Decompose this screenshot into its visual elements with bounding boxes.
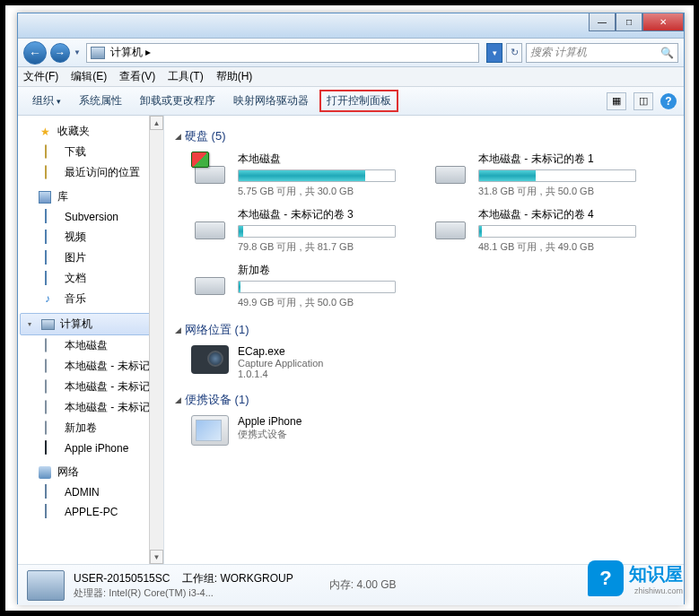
drive-stats: 5.75 GB 可用 , 共 30.0 GB (238, 185, 417, 198)
sidebar-item-drive[interactable]: 本地磁盘 - 未标记的卷 (18, 356, 163, 377)
history-dropdown[interactable]: ▼ (74, 48, 83, 56)
watermark-badge-icon: ? (588, 560, 624, 596)
system-properties-button[interactable]: 系统属性 (72, 90, 129, 112)
preview-pane-button[interactable]: ◫ (633, 92, 653, 110)
hard-drive-icon (191, 263, 229, 295)
drive-item[interactable]: 本地磁盘 - 未标记的卷 379.8 GB 可用 , 共 81.7 GB (191, 207, 417, 254)
camera-icon (191, 345, 229, 374)
drive-stats: 31.8 GB 可用 , 共 50.0 GB (478, 185, 658, 198)
address-dropdown[interactable]: ▾ (486, 43, 502, 63)
library-icon (38, 190, 52, 204)
drive-icon (45, 401, 59, 415)
computer-icon (40, 317, 55, 332)
refresh-button[interactable]: ↻ (506, 43, 522, 63)
forward-button[interactable]: → (50, 43, 70, 63)
address-bar[interactable]: 计算机 ▸ (86, 43, 479, 63)
sidebar-item-pictures[interactable]: 图片 (18, 247, 163, 268)
computer-name: USER-20150515SC (74, 572, 170, 585)
sidebar-item-subversion[interactable]: Subversion (18, 207, 163, 227)
titlebar[interactable]: — □ ✕ (18, 13, 684, 39)
memory-label: 内存: (329, 578, 354, 591)
back-button[interactable]: ← (23, 41, 47, 65)
menu-tools[interactable]: 工具(T) (168, 69, 203, 84)
sidebar-item-drive[interactable]: 本地磁盘 - 未标记的卷 (18, 377, 163, 397)
view-mode-button[interactable]: ▦ (607, 92, 626, 110)
netloc-name: ECap.exe (238, 345, 323, 358)
map-drive-button[interactable]: 映射网络驱动器 (226, 90, 316, 112)
netloc-version: 1.0.1.4 (238, 369, 323, 379)
content-pane: ◢ 硬盘 (5) 本地磁盘5.75 GB 可用 , 共 30.0 GB本地磁盘 … (164, 116, 684, 564)
details-pane: USER-20150515SC 工作组: WORKGROUP 处理器: Inte… (18, 564, 684, 605)
uninstall-button[interactable]: 卸载或更改程序 (133, 90, 223, 112)
collapse-icon: ◢ (175, 132, 181, 141)
drive-item[interactable]: 本地磁盘 - 未标记的卷 448.1 GB 可用 , 共 49.0 GB (432, 207, 658, 254)
watermark-text: 知识屋 (629, 562, 683, 586)
drive-item[interactable]: 本地磁盘 - 未标记的卷 131.8 GB 可用 , 共 50.0 GB (432, 152, 658, 198)
capacity-bar (238, 281, 396, 293)
hard-drive-icon (432, 207, 469, 239)
sidebar-item-network-pc[interactable]: ADMIN (18, 482, 163, 502)
computer-icon (91, 47, 105, 59)
network-icon (38, 465, 52, 480)
drive-icon (45, 421, 59, 436)
capacity-bar (478, 169, 636, 182)
netloc-section-header[interactable]: ◢ 网络位置 (1) (175, 322, 673, 338)
hard-drive-icon (191, 207, 229, 239)
help-button[interactable]: ? (660, 93, 677, 109)
sidebar-scrollbar[interactable]: ▲ ▼ (149, 116, 163, 564)
scroll-down-icon[interactable]: ▼ (150, 550, 163, 564)
sidebar-item-music[interactable]: ♪音乐 (18, 289, 163, 309)
sidebar-item-iphone[interactable]: Apple iPhone (18, 438, 163, 458)
drive-icon (45, 380, 59, 395)
network-location-item[interactable]: ECap.exe Capture Application 1.0.1.4 (191, 345, 673, 379)
search-input[interactable]: 搜索 计算机 🔍 (526, 43, 678, 63)
sidebar-item-downloads[interactable]: 下载 (18, 142, 163, 162)
drive-icon (45, 339, 59, 353)
scroll-up-icon[interactable]: ▲ (150, 116, 163, 130)
drive-item[interactable]: 本地磁盘5.75 GB 可用 , 共 30.0 GB (191, 152, 417, 198)
recent-icon (45, 166, 59, 180)
maximize-button[interactable]: □ (616, 13, 642, 31)
capacity-bar (238, 225, 396, 238)
sidebar-item-recent[interactable]: 最近访问的位置 (18, 162, 163, 183)
sidebar-item-documents[interactable]: 文档 (18, 268, 163, 289)
menu-bar: 文件(F) 编辑(E) 查看(V) 工具(T) 帮助(H) (18, 67, 684, 87)
close-button[interactable]: ✕ (642, 13, 684, 31)
favorites-header[interactable]: ★ 收藏夹 (18, 121, 163, 142)
search-placeholder: 搜索 计算机 (530, 45, 587, 60)
watermark-url: zhishiwu.com (629, 586, 683, 595)
network-header[interactable]: 网络 (18, 462, 163, 482)
portable-device-item[interactable]: Apple iPhone 便携式设备 (191, 415, 673, 446)
minimize-button[interactable]: — (589, 13, 616, 31)
sidebar-item-drive[interactable]: 新加卷 (18, 418, 163, 438)
menu-help[interactable]: 帮助(H) (216, 69, 253, 84)
drive-stats: 79.8 GB 可用 , 共 81.7 GB (238, 240, 417, 254)
organize-button[interactable]: 组织 (25, 90, 68, 112)
pc-icon (45, 485, 59, 499)
portable-section-header[interactable]: ◢ 便携设备 (1) (175, 392, 673, 408)
open-control-panel-button[interactable]: 打开控制面板 (319, 90, 398, 112)
music-icon: ♪ (45, 292, 59, 307)
sidebar-item-videos[interactable]: 视频 (18, 227, 163, 247)
memory-value: 4.00 GB (356, 578, 396, 591)
capacity-bar (478, 225, 636, 238)
sidebar-item-network-pc[interactable]: APPLE-PC (18, 502, 163, 522)
cpu-label: 处理器: (74, 587, 106, 598)
computer-header[interactable]: ▾ 计算机 (20, 313, 162, 335)
capacity-bar (238, 169, 396, 182)
drive-name: 本地磁盘 - 未标记的卷 4 (478, 207, 658, 222)
menu-edit[interactable]: 编辑(E) (71, 69, 107, 84)
drive-name: 新加卷 (238, 263, 417, 278)
drives-section-header[interactable]: ◢ 硬盘 (5) (175, 128, 673, 144)
drive-name: 本地磁盘 - 未标记的卷 1 (478, 152, 658, 167)
sidebar-item-drive[interactable]: 本地磁盘 (18, 335, 163, 356)
menu-file[interactable]: 文件(F) (23, 69, 58, 84)
drive-item[interactable]: 新加卷49.9 GB 可用 , 共 50.0 GB (191, 263, 417, 309)
menu-view[interactable]: 查看(V) (119, 69, 155, 84)
nav-bar: ← → ▼ 计算机 ▸ ▾ ↻ 搜索 计算机 🔍 (18, 39, 684, 67)
search-icon: 🔍 (660, 47, 674, 59)
drive-stats: 48.1 GB 可用 , 共 49.0 GB (478, 240, 658, 254)
device-type: 便携式设备 (238, 428, 301, 441)
libraries-header[interactable]: 库 (18, 187, 163, 207)
sidebar-item-drive[interactable]: 本地磁盘 - 未标记的卷 (18, 397, 163, 418)
